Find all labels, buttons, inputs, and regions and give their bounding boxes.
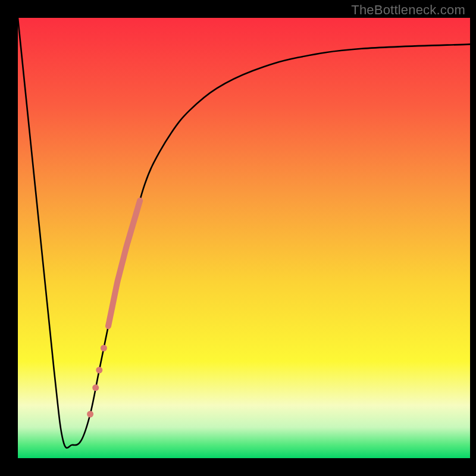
highlight-dot (101, 345, 107, 352)
watermark-text: TheBottleneck.com (351, 2, 465, 18)
plot-background (18, 18, 470, 458)
highlight-dot (96, 367, 102, 374)
bottleneck-chart (0, 0, 476, 476)
chart-frame: TheBottleneck.com (0, 0, 476, 476)
highlight-dot (87, 411, 93, 418)
highlight-dot (92, 384, 99, 391)
